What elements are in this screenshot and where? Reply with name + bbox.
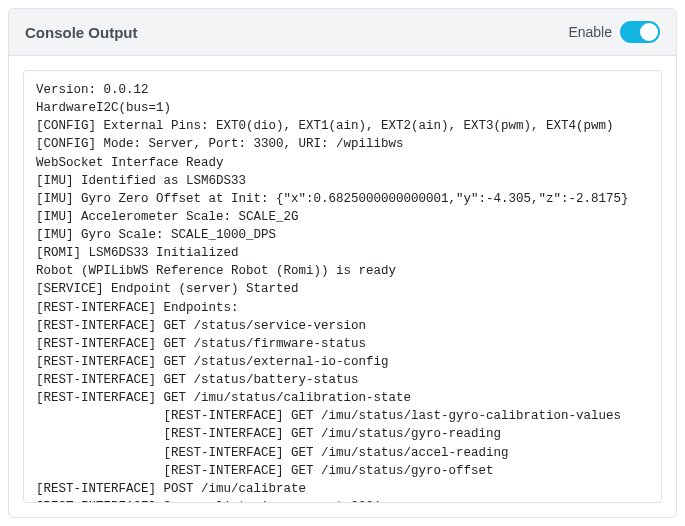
console-line: [CONFIG] External Pins: EXT0(dio), EXT1(… — [36, 117, 649, 135]
console-line: [REST-INTERFACE] GET /status/battery-sta… — [36, 371, 649, 389]
console-line: Robot (WPILibWS Reference Robot (Romi)) … — [36, 262, 649, 280]
console-line: [IMU] Gyro Zero Offset at Init: {"x":0.6… — [36, 190, 649, 208]
panel-body: Version: 0.0.12HardwareI2C(bus=1)[CONFIG… — [9, 56, 676, 517]
console-line: [REST-INTERFACE] GET /status/service-ver… — [36, 317, 649, 335]
console-line: [SERVICE] Endpoint (server) Started — [36, 280, 649, 298]
enable-toggle-group: Enable — [568, 21, 660, 43]
toggle-knob — [640, 23, 658, 41]
console-output-panel: Console Output Enable Version: 0.0.12Har… — [8, 8, 677, 518]
console-output-box[interactable]: Version: 0.0.12HardwareI2C(bus=1)[CONFIG… — [23, 70, 662, 503]
console-line: [IMU] Gyro Scale: SCALE_1000_DPS — [36, 226, 649, 244]
console-line: [REST-INTERFACE] GET /imu/status/calibra… — [36, 389, 649, 407]
enable-label: Enable — [568, 24, 612, 40]
panel-header: Console Output Enable — [9, 9, 676, 56]
console-line: [REST-INTERFACE] POST /imu/calibrate — [36, 480, 649, 498]
console-line: [REST-INTERFACE] GET /imu/status/gyro-of… — [36, 462, 649, 480]
console-line: [REST-INTERFACE] GET /status/firmware-st… — [36, 335, 649, 353]
panel-title: Console Output — [25, 24, 138, 41]
console-line: HardwareI2C(bus=1) — [36, 99, 649, 117]
console-line: WebSocket Interface Ready — [36, 154, 649, 172]
enable-toggle[interactable] — [620, 21, 660, 43]
console-line: Version: 0.0.12 — [36, 81, 649, 99]
console-line: [CONFIG] Mode: Server, Port: 3300, URI: … — [36, 135, 649, 153]
console-line: [REST-INTERFACE] Endpoints: — [36, 299, 649, 317]
console-line: [ROMI] LSM6DS33 Initialized — [36, 244, 649, 262]
console-line: [IMU] Identified as LSM6DS33 — [36, 172, 649, 190]
console-line: [REST-INTERFACE] GET /imu/status/accel-r… — [36, 444, 649, 462]
console-line: [REST-INTERFACE] GET /imu/status/gyro-re… — [36, 425, 649, 443]
console-line: [IMU] Accelerometer Scale: SCALE_2G — [36, 208, 649, 226]
console-line: [REST-INTERFACE] GET /imu/status/last-gy… — [36, 407, 649, 425]
console-line: [REST-INTERFACE] GET /status/external-io… — [36, 353, 649, 371]
console-line: [REST-INTERFACE] Server listening on por… — [36, 498, 649, 503]
